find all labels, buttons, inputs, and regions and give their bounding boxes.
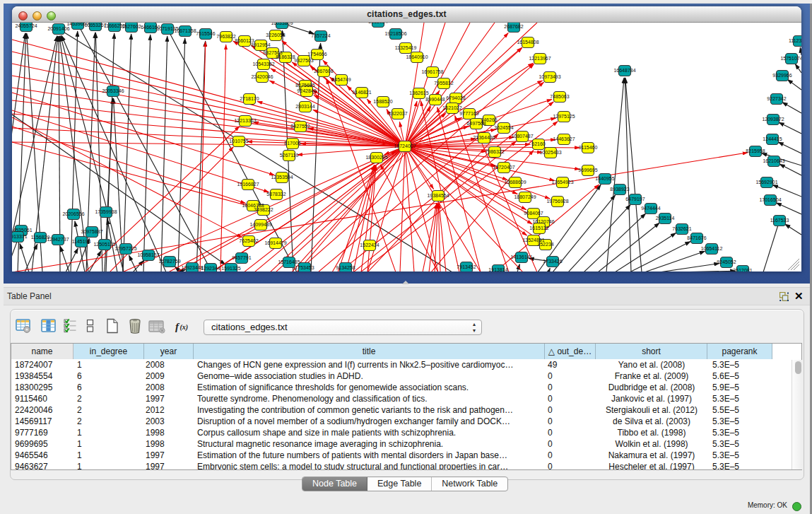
svg-text:3624554: 3624554 (494, 125, 513, 130)
svg-text:9115460: 9115460 (579, 145, 598, 150)
svg-text:17359938: 17359938 (95, 209, 117, 214)
svg-text:20091406: 20091406 (47, 26, 69, 31)
svg-text:1362615: 1362615 (409, 90, 428, 95)
svg-text:3498222: 3498222 (254, 207, 273, 212)
svg-text:18807249: 18807249 (514, 194, 536, 199)
svg-text:16914479: 16914479 (264, 240, 286, 245)
svg-text:8454749: 8454749 (331, 77, 351, 82)
svg-text:62160: 62160 (531, 141, 546, 146)
svg-text:19756928: 19756928 (546, 199, 568, 204)
svg-text:6497568: 6497568 (466, 121, 486, 126)
svg-text:10654112: 10654112 (701, 246, 723, 251)
svg-text:11123271: 11123271 (789, 38, 801, 43)
svg-text:22420046: 22420046 (251, 74, 273, 79)
svg-text:1913814: 1913814 (488, 267, 507, 271)
svg-text:15716485: 15716485 (278, 259, 300, 264)
svg-text:10973493: 10973493 (539, 74, 560, 79)
svg-text:9327503: 9327503 (294, 58, 313, 63)
svg-text:7986322: 7986322 (485, 149, 504, 154)
svg-text:9084067: 9084067 (524, 211, 543, 216)
svg-text:6479197: 6479197 (625, 197, 645, 201)
svg-text:9245052: 9245052 (717, 259, 736, 264)
svg-text:7632621: 7632621 (672, 226, 691, 231)
svg-text:1591325: 1591325 (221, 266, 240, 271)
svg-text:3226058: 3226058 (266, 33, 285, 37)
svg-text:16961758: 16961758 (421, 69, 443, 74)
svg-text:9134258: 9134258 (336, 265, 355, 270)
svg-text:12923448: 12923448 (181, 265, 203, 270)
svg-text:7625402: 7625402 (239, 238, 258, 243)
svg-text:8215958: 8215958 (746, 148, 765, 153)
svg-text:6794028: 6794028 (446, 95, 465, 100)
svg-text:(x): (x) (180, 323, 189, 332)
svg-text:18640910: 18640910 (406, 54, 428, 59)
svg-text:1615132: 1615132 (529, 226, 548, 230)
svg-text:15692901: 15692901 (755, 180, 777, 185)
svg-text:7963822: 7963822 (216, 34, 235, 39)
svg-text:19166827: 19166827 (237, 182, 259, 187)
svg-text:9227342: 9227342 (767, 96, 786, 101)
svg-text:12093872: 12093872 (762, 117, 784, 122)
svg-text:9699695: 9699695 (578, 168, 597, 173)
svg-text:16033809: 16033809 (271, 23, 293, 25)
svg-text:9777169: 9777169 (459, 111, 478, 116)
svg-text:18724007: 18724007 (394, 144, 416, 148)
svg-text:1167533: 1167533 (770, 218, 789, 223)
svg-text:15720407: 15720407 (493, 165, 514, 170)
svg-text:12975125: 12975125 (553, 114, 575, 119)
svg-text:16782759: 16782759 (158, 259, 180, 264)
svg-text:7515546: 7515546 (196, 31, 215, 36)
svg-text:1621022: 1621022 (442, 105, 461, 110)
svg-text:7913452: 7913452 (457, 264, 476, 269)
svg-text:11325419: 11325419 (395, 45, 417, 50)
svg-text:2935114: 2935114 (656, 216, 675, 221)
svg-text:8912954: 8912954 (251, 42, 270, 47)
svg-text:12213363: 12213363 (234, 118, 256, 123)
svg-text:5878332: 5878332 (266, 192, 286, 197)
svg-text:14136141: 14136141 (510, 255, 532, 259)
svg-text:16154808: 16154808 (517, 40, 539, 45)
svg-text:9457791: 9457791 (232, 255, 251, 260)
svg-text:30975887: 30975887 (81, 229, 102, 234)
svg-text:9329966: 9329966 (772, 73, 792, 78)
svg-text:1733426: 1733426 (543, 259, 562, 264)
svg-text:12213967: 12213967 (529, 56, 551, 61)
svg-text:1292344: 1292344 (201, 266, 220, 271)
svg-text:8938923: 8938923 (610, 187, 629, 192)
svg-text:1522434: 1522434 (360, 243, 379, 247)
svg-text:14535061: 14535061 (12, 228, 33, 233)
svg-text:16648784: 16648784 (613, 68, 635, 73)
svg-text:24055724: 24055724 (15, 23, 37, 28)
svg-text:1588520: 1588520 (373, 99, 392, 104)
svg-text:19218506: 19218506 (384, 31, 406, 36)
svg-text:12942737: 12942737 (47, 237, 69, 242)
svg-text:20053346: 20053346 (102, 88, 124, 93)
svg-text:16120746: 16120746 (532, 219, 554, 224)
svg-text:14463627: 14463627 (553, 136, 575, 141)
svg-text:817006: 817006 (284, 141, 300, 146)
svg-text:10025433: 10025433 (539, 150, 561, 155)
svg-text:1244415: 1244415 (763, 136, 782, 141)
svg-text:2718170: 2718170 (240, 96, 259, 101)
svg-text:1527602: 1527602 (122, 24, 141, 29)
svg-text:15751074: 15751074 (780, 56, 801, 61)
svg-text:17957225: 17957225 (114, 246, 136, 251)
svg-text:8427552: 8427552 (290, 124, 310, 129)
svg-text:1754666: 1754666 (307, 52, 326, 57)
svg-text:10807487: 10807487 (511, 134, 533, 139)
svg-text:9474444: 9474444 (641, 206, 660, 211)
svg-text:2803144: 2803144 (295, 104, 314, 109)
svg-text:2867608: 2867608 (314, 69, 333, 74)
svg-text:7485063: 7485063 (550, 94, 569, 99)
svg-text:8990448: 8990448 (425, 97, 445, 102)
svg-text:14099489: 14099489 (249, 222, 271, 227)
svg-text:8675685: 8675685 (295, 83, 314, 88)
svg-text:1753453: 1753453 (295, 265, 314, 270)
svg-text:10671358: 10671358 (174, 28, 196, 33)
svg-text:5267110: 5267110 (280, 153, 299, 158)
svg-text:7357224: 7357224 (311, 33, 330, 38)
svg-text:9242848: 9242848 (297, 88, 316, 93)
svg-text:10688609: 10688609 (504, 180, 526, 185)
svg-text:7955812: 7955812 (434, 81, 453, 86)
svg-text:3913371: 3913371 (12, 234, 28, 239)
